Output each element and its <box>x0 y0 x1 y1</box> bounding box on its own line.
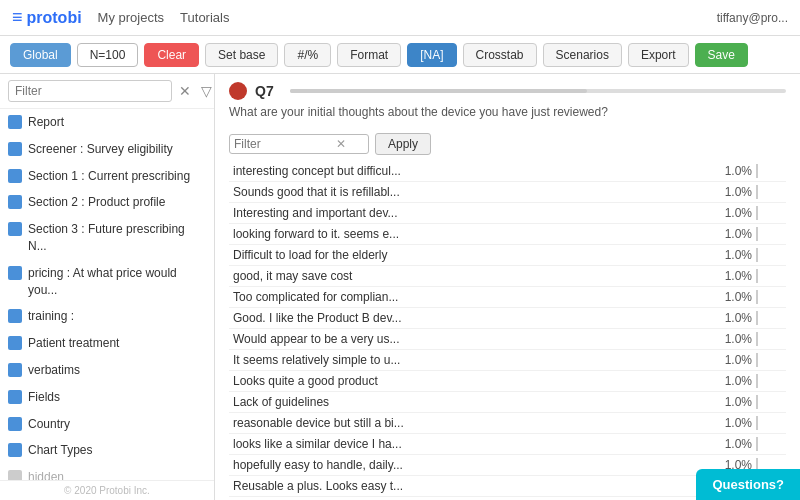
crosstab-button[interactable]: Crosstab <box>463 43 537 67</box>
sidebar-item-5[interactable]: pricing : At what price would you... <box>0 260 214 304</box>
row-bar-3 <box>756 223 786 244</box>
table-row[interactable]: Would appear to be a very us... 1.0% <box>229 328 786 349</box>
row-bar-10 <box>756 370 786 391</box>
table-row[interactable]: looks like a similar device I ha... 1.0% <box>229 433 786 454</box>
row-bar-9 <box>756 349 786 370</box>
row-bar-0 <box>756 161 786 182</box>
filter-row: ✕ Apply <box>215 129 800 161</box>
questions-button[interactable]: Questions? <box>696 469 800 500</box>
sidebar-item-color-8 <box>8 363 22 377</box>
row-text-7: Good. I like the Product B dev... <box>229 307 706 328</box>
sidebar-filter-input[interactable] <box>8 80 172 102</box>
row-value-1: 1.0% <box>706 181 756 202</box>
row-value-12: 1.0% <box>706 412 756 433</box>
content-area: Q7 What are your initial thoughts about … <box>215 74 800 500</box>
filter-clear-icon[interactable]: ✕ <box>176 81 194 101</box>
sidebar-filter-row: ✕ ▽ △ <box>0 74 214 109</box>
sidebar-item-label-6: training : <box>28 308 74 325</box>
row-text-8: Would appear to be a very us... <box>229 328 706 349</box>
sidebar-item-1[interactable]: Screener : Survey eligibility <box>0 136 214 163</box>
row-bar-7 <box>756 307 786 328</box>
table-row[interactable]: Looks quite a good product 1.0% <box>229 370 786 391</box>
n-button[interactable]: N=100 <box>77 43 139 67</box>
row-value-7: 1.0% <box>706 307 756 328</box>
content-filter-input[interactable] <box>234 137 334 151</box>
table-row[interactable]: Interesting and important dev... 1.0% <box>229 202 786 223</box>
sidebar-item-label-7: Patient treatment <box>28 335 119 352</box>
question-id: Q7 <box>255 83 274 99</box>
sidebar-item-label-1: Screener : Survey eligibility <box>28 141 173 158</box>
sidebar-item-label-11: Chart Types <box>28 442 92 459</box>
sidebar-item-6[interactable]: training : <box>0 303 214 330</box>
my-projects-link[interactable]: My projects <box>98 10 164 25</box>
data-table-wrap: interesting concept but difficul... 1.0%… <box>215 161 800 500</box>
row-value-3: 1.0% <box>706 223 756 244</box>
sidebar: ✕ ▽ △ Report Screener : Survey eligibili… <box>0 74 215 500</box>
table-row[interactable]: good, it may save cost 1.0% <box>229 265 786 286</box>
table-row[interactable]: Lack of guidelines 1.0% <box>229 391 786 412</box>
table-row[interactable]: Sounds good that it is refillabl... 1.0% <box>229 181 786 202</box>
sidebar-item-8[interactable]: verbatims <box>0 357 214 384</box>
question-dot <box>229 82 247 100</box>
sidebar-item-12[interactable]: hidden <box>0 464 214 480</box>
sidebar-item-label-3: Section 2 : Product profile <box>28 194 165 211</box>
row-text-12: reasonable device but still a bi... <box>229 412 706 433</box>
filter-down-icon[interactable]: ▽ <box>198 81 215 101</box>
question-header: Q7 <box>215 74 800 104</box>
row-value-8: 1.0% <box>706 328 756 349</box>
scenarios-button[interactable]: Scenarios <box>543 43 622 67</box>
sidebar-item-9[interactable]: Fields <box>0 384 214 411</box>
table-row[interactable]: It seems relatively simple to u... 1.0% <box>229 349 786 370</box>
row-text-9: It seems relatively simple to u... <box>229 349 706 370</box>
row-text-5: good, it may save cost <box>229 265 706 286</box>
sidebar-item-7[interactable]: Patient treatment <box>0 330 214 357</box>
table-row[interactable]: Too complicated for complian... 1.0% <box>229 286 786 307</box>
sidebar-item-10[interactable]: Country <box>0 411 214 438</box>
sidebar-item-0[interactable]: Report <box>0 109 214 136</box>
row-text-0: interesting concept but difficul... <box>229 161 706 182</box>
toolbar: Global N=100 Clear Set base #/% Format [… <box>0 36 800 74</box>
sidebar-item-color-4 <box>8 222 22 236</box>
tutorials-link[interactable]: Tutorials <box>180 10 229 25</box>
sidebar-item-11[interactable]: Chart Types <box>0 437 214 464</box>
sidebar-item-4[interactable]: Section 3 : Future prescribing N... <box>0 216 214 260</box>
sidebar-item-label-2: Section 1 : Current prescribing <box>28 168 190 185</box>
row-value-2: 1.0% <box>706 202 756 223</box>
sidebar-item-color-7 <box>8 336 22 350</box>
table-row[interactable]: interesting concept but difficul... 1.0% <box>229 161 786 182</box>
sidebar-item-2[interactable]: Section 1 : Current prescribing <box>0 163 214 190</box>
row-value-10: 1.0% <box>706 370 756 391</box>
row-text-2: Interesting and important dev... <box>229 202 706 223</box>
table-row[interactable]: looking forward to it. seems e... 1.0% <box>229 223 786 244</box>
row-text-6: Too complicated for complian... <box>229 286 706 307</box>
sidebar-item-3[interactable]: Section 2 : Product profile <box>0 189 214 216</box>
logo-icon: ≡ <box>12 7 23 28</box>
logo[interactable]: ≡ protobi <box>12 7 82 28</box>
row-text-14: hopefully easy to handle, daily... <box>229 454 706 475</box>
row-text-11: Lack of guidelines <box>229 391 706 412</box>
hash-button[interactable]: #/% <box>284 43 331 67</box>
content-filter-clear-icon[interactable]: ✕ <box>334 137 348 151</box>
row-text-3: looking forward to it. seems e... <box>229 223 706 244</box>
row-text-13: looks like a similar device I ha... <box>229 433 706 454</box>
table-row[interactable]: Difficult to load for the elderly 1.0% <box>229 244 786 265</box>
row-value-6: 1.0% <box>706 286 756 307</box>
table-row[interactable]: reasonable device but still a bi... 1.0% <box>229 412 786 433</box>
table-row[interactable]: Good. I like the Product B dev... 1.0% <box>229 307 786 328</box>
format-button[interactable]: Format <box>337 43 401 67</box>
row-bar-8 <box>756 328 786 349</box>
logo-text: protobi <box>27 9 82 27</box>
sidebar-item-color-9 <box>8 390 22 404</box>
data-table: interesting concept but difficul... 1.0%… <box>229 161 786 500</box>
apply-button[interactable]: Apply <box>375 133 431 155</box>
clear-button[interactable]: Clear <box>144 43 199 67</box>
export-button[interactable]: Export <box>628 43 689 67</box>
filter-input-wrap: ✕ <box>229 134 369 154</box>
question-text: What are your initial thoughts about the… <box>215 104 800 129</box>
global-button[interactable]: Global <box>10 43 71 67</box>
na-button[interactable]: [NA] <box>407 43 456 67</box>
top-nav: ≡ protobi My projects Tutorials tiffany@… <box>0 0 800 36</box>
row-bar-1 <box>756 181 786 202</box>
set-base-button[interactable]: Set base <box>205 43 278 67</box>
save-button[interactable]: Save <box>695 43 748 67</box>
